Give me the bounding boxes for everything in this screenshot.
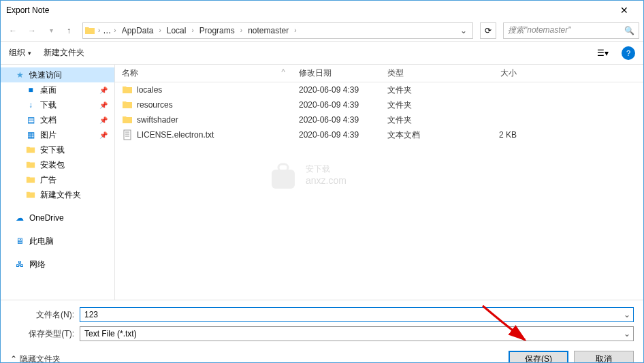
file-type: 文件夹 (381, 99, 455, 111)
search-input[interactable]: 搜索"notemaster" 🔍 (503, 22, 639, 39)
chevron-right-icon: › (294, 27, 296, 34)
toolbar: 组织 ▾ 新建文件夹 ☰▾ ? (1, 42, 643, 65)
folder-icon (25, 189, 36, 200)
sidebar-item-folder[interactable]: 安装包 (1, 157, 114, 172)
chevron-right-icon: › (114, 27, 116, 34)
file-name: resources (137, 100, 173, 110)
sidebar-item-desktop[interactable]: ■桌面📌 (1, 82, 114, 97)
sidebar-item-downloads[interactable]: ↓下载📌 (1, 97, 114, 112)
folder-icon (25, 159, 36, 170)
pin-icon: 📌 (99, 131, 108, 139)
sidebar-item-documents[interactable]: ▤文档📌 (1, 112, 114, 127)
chevron-right-icon: › (159, 27, 161, 34)
breadcrumb-segment[interactable]: AppData (119, 26, 157, 35)
window-title: Export Note (6, 5, 611, 15)
file-date: 2020-06-09 4:39 (292, 85, 381, 95)
filetype-label: 保存类型(T): (10, 328, 80, 340)
chevron-up-icon: ⌃ (10, 354, 17, 363)
folder-icon (84, 25, 95, 36)
view-options-button[interactable]: ☰▾ (596, 46, 609, 60)
chevron-right-icon: › (98, 27, 100, 34)
breadcrumb-segment[interactable]: notemaster (245, 26, 291, 35)
file-list: 名称 ^ 修改日期 类型 大小 locales2020-06-09 4:39文件… (115, 65, 643, 300)
picture-icon: ▦ (25, 129, 36, 140)
chevron-down-icon[interactable]: ⌄ (624, 310, 630, 319)
file-name: LICENSE.electron.txt (137, 130, 214, 140)
file-row[interactable]: locales2020-06-09 4:39文件夹 (115, 82, 643, 97)
file-name: locales (137, 85, 162, 95)
footer: 文件名(N): 123⌄ 保存类型(T): Text File (*.txt)⌄… (1, 300, 643, 363)
folder-icon (25, 174, 36, 185)
folder-icon (25, 144, 36, 155)
sidebar-quick-access[interactable]: ★ 快速访问 (1, 67, 114, 82)
sidebar-thispc[interactable]: 🖥此电脑 (1, 234, 114, 249)
document-icon: ▤ (25, 114, 36, 125)
refresh-button[interactable]: ⟳ (480, 22, 496, 39)
network-icon: 🖧 (14, 259, 25, 270)
breadcrumb-dropdown[interactable]: ⌄ (456, 26, 471, 35)
column-date[interactable]: 修改日期 (292, 67, 381, 79)
search-placeholder: 搜索"notemaster" (508, 25, 624, 36)
download-icon: ↓ (25, 99, 36, 110)
pin-icon: 📌 (99, 116, 108, 124)
file-date: 2020-06-09 4:39 (292, 130, 381, 140)
computer-icon: 🖥 (14, 236, 25, 247)
column-name[interactable]: 名称 ^ (115, 67, 292, 79)
sidebar-item-folder[interactable]: 安下载 (1, 142, 114, 157)
navbar: ← → ▾ ↑ › … › AppData › Local › Programs… (1, 20, 643, 42)
sidebar: ★ 快速访问 ■桌面📌 ↓下载📌 ▤文档📌 ▦图片📌 安下载 安装包 广告 新建… (1, 65, 115, 300)
file-name: swiftshader (137, 115, 178, 125)
column-type[interactable]: 类型 (381, 67, 455, 79)
hide-folders-toggle[interactable]: ⌃ 隐藏文件夹 (10, 353, 61, 364)
sidebar-onedrive[interactable]: ☁OneDrive (1, 210, 114, 225)
svg-rect-0 (124, 130, 131, 140)
folder-icon (122, 114, 133, 125)
breadcrumb[interactable]: › … › AppData › Local › Programs › notem… (82, 22, 473, 39)
sidebar-item-folder[interactable]: 新建文件夹 (1, 187, 114, 202)
pin-icon: 📌 (99, 101, 108, 109)
titlebar: Export Note ✕ (1, 1, 643, 20)
star-icon: ★ (14, 69, 25, 80)
sidebar-item-folder[interactable]: 广告 (1, 172, 114, 187)
new-folder-button[interactable]: 新建文件夹 (44, 47, 84, 59)
file-icon (122, 129, 133, 140)
breadcrumb-segment[interactable]: Local (164, 26, 189, 35)
up-button[interactable]: ↑ (62, 24, 76, 37)
file-date: 2020-06-09 4:39 (292, 115, 381, 125)
cloud-icon: ☁ (14, 212, 25, 223)
file-date: 2020-06-09 4:39 (292, 100, 381, 110)
folder-icon (122, 99, 133, 110)
sidebar-item-pictures[interactable]: ▦图片📌 (1, 127, 114, 142)
file-type: 文件夹 (381, 84, 455, 96)
file-row[interactable]: resources2020-06-09 4:39文件夹 (115, 97, 643, 112)
desktop-icon: ■ (25, 84, 36, 95)
close-button[interactable]: ✕ (611, 5, 638, 16)
search-icon[interactable]: 🔍 (624, 26, 634, 35)
column-size[interactable]: 大小 (455, 67, 524, 79)
help-button[interactable]: ? (622, 46, 635, 60)
chevron-right-icon: › (240, 27, 242, 34)
filetype-select[interactable]: Text File (*.txt)⌄ (80, 326, 634, 341)
filename-input[interactable]: 123⌄ (80, 307, 634, 322)
cancel-button[interactable]: 取消 (574, 351, 634, 363)
file-row[interactable]: LICENSE.electron.txt2020-06-09 4:39文本文档2… (115, 127, 643, 142)
file-size: 2 KB (455, 130, 524, 140)
file-type: 文本文档 (381, 129, 455, 141)
forward-button[interactable]: → (24, 22, 40, 39)
file-row[interactable]: swiftshader2020-06-09 4:39文件夹 (115, 112, 643, 127)
column-headers: 名称 ^ 修改日期 类型 大小 (115, 65, 643, 82)
pin-icon: 📌 (99, 86, 108, 94)
chevron-down-icon[interactable]: ⌄ (624, 329, 630, 338)
organize-button[interactable]: 组织 ▾ (9, 47, 31, 59)
recent-dropdown[interactable]: ▾ (43, 22, 59, 39)
main-area: ★ 快速访问 ■桌面📌 ↓下载📌 ▤文档📌 ▦图片📌 安下载 安装包 广告 新建… (1, 65, 643, 300)
file-type: 文件夹 (381, 114, 455, 126)
sidebar-network[interactable]: 🖧网络 (1, 257, 114, 272)
chevron-right-icon: › (191, 27, 193, 34)
save-button[interactable]: 保存(S) (509, 351, 568, 363)
breadcrumb-ellipsis[interactable]: … (103, 26, 111, 35)
filename-label: 文件名(N): (10, 309, 80, 321)
back-button[interactable]: ← (5, 22, 21, 39)
folder-icon (122, 84, 133, 95)
breadcrumb-segment[interactable]: Programs (197, 26, 238, 35)
